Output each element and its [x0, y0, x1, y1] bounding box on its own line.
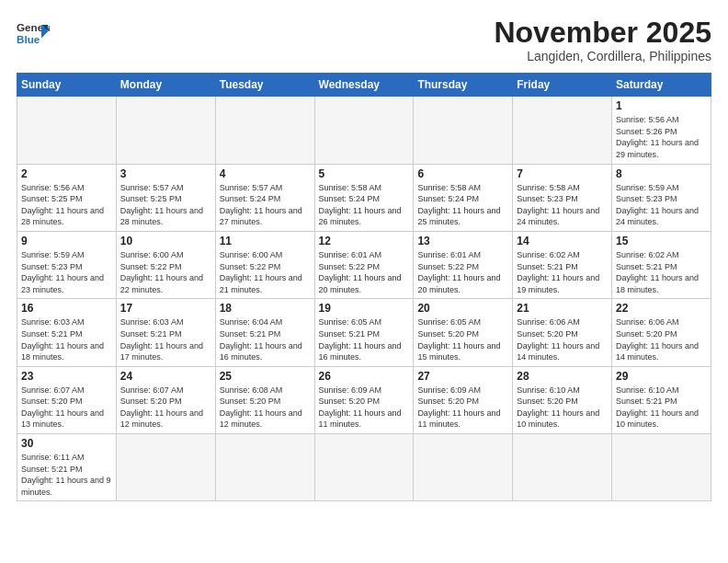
calendar-cell: [215, 434, 314, 501]
weekday-header-wednesday: Wednesday: [314, 74, 414, 97]
calendar-cell: 8Sunrise: 5:59 AM Sunset: 5:23 PM Daylig…: [612, 164, 711, 231]
day-info: Sunrise: 6:09 AM Sunset: 5:20 PM Dayligh…: [417, 385, 508, 431]
weekday-header-monday: Monday: [116, 74, 215, 97]
calendar-cell: 7Sunrise: 5:58 AM Sunset: 5:23 PM Daylig…: [513, 164, 612, 231]
calendar-cell: 5Sunrise: 5:58 AM Sunset: 5:24 PM Daylig…: [314, 164, 414, 231]
calendar-cell: 1Sunrise: 5:56 AM Sunset: 5:26 PM Daylig…: [612, 97, 711, 164]
calendar-cell: 24Sunrise: 6:07 AM Sunset: 5:20 PM Dayli…: [116, 366, 215, 433]
day-info: Sunrise: 6:11 AM Sunset: 5:21 PM Dayligh…: [21, 452, 112, 498]
logo-icon: General Blue: [17, 17, 50, 50]
day-number: 10: [120, 235, 211, 247]
day-info: Sunrise: 6:01 AM Sunset: 5:22 PM Dayligh…: [417, 249, 508, 295]
day-number: 11: [220, 235, 311, 247]
day-info: Sunrise: 6:01 AM Sunset: 5:22 PM Dayligh…: [319, 249, 410, 295]
svg-text:Blue: Blue: [17, 33, 40, 45]
calendar-cell: [414, 434, 513, 501]
day-info: Sunrise: 6:07 AM Sunset: 5:20 PM Dayligh…: [21, 385, 112, 431]
header: General Blue November 2025 Langiden, Cor…: [17, 17, 711, 63]
day-info: Sunrise: 6:10 AM Sunset: 5:21 PM Dayligh…: [616, 385, 707, 431]
day-number: 30: [21, 437, 112, 450]
calendar-cell: [116, 97, 215, 164]
day-number: 14: [517, 235, 608, 247]
calendar-cell: 28Sunrise: 6:10 AM Sunset: 5:20 PM Dayli…: [513, 366, 612, 433]
day-info: Sunrise: 6:00 AM Sunset: 5:22 PM Dayligh…: [220, 249, 311, 295]
weekday-header-tuesday: Tuesday: [215, 74, 314, 97]
calendar-cell: [17, 97, 117, 164]
calendar-cell: 22Sunrise: 6:06 AM Sunset: 5:20 PM Dayli…: [612, 299, 711, 366]
day-number: 18: [220, 302, 311, 315]
day-info: Sunrise: 5:58 AM Sunset: 5:24 PM Dayligh…: [417, 182, 508, 228]
calendar-cell: 2Sunrise: 5:56 AM Sunset: 5:25 PM Daylig…: [17, 164, 117, 231]
week-row-4: 16Sunrise: 6:03 AM Sunset: 5:21 PM Dayli…: [17, 299, 711, 366]
day-number: 22: [616, 302, 707, 315]
day-info: Sunrise: 5:57 AM Sunset: 5:24 PM Dayligh…: [220, 182, 311, 228]
day-number: 12: [319, 235, 410, 247]
day-number: 28: [517, 370, 608, 383]
day-number: 25: [220, 370, 311, 383]
day-info: Sunrise: 6:05 AM Sunset: 5:20 PM Dayligh…: [417, 316, 508, 362]
day-info: Sunrise: 6:10 AM Sunset: 5:20 PM Dayligh…: [517, 385, 608, 431]
week-row-6: 30Sunrise: 6:11 AM Sunset: 5:21 PM Dayli…: [17, 434, 711, 501]
calendar-cell: 21Sunrise: 6:06 AM Sunset: 5:20 PM Dayli…: [513, 299, 612, 366]
day-number: 17: [120, 302, 211, 315]
calendar-cell: 26Sunrise: 6:09 AM Sunset: 5:20 PM Dayli…: [314, 366, 414, 433]
day-number: 1: [616, 99, 707, 112]
calendar-cell: [314, 97, 414, 164]
day-number: 29: [616, 370, 707, 383]
page: General Blue November 2025 Langiden, Cor…: [0, 0, 728, 563]
week-row-2: 2Sunrise: 5:56 AM Sunset: 5:25 PM Daylig…: [17, 164, 711, 231]
calendar-cell: 4Sunrise: 5:57 AM Sunset: 5:24 PM Daylig…: [215, 164, 314, 231]
calendar-cell: 30Sunrise: 6:11 AM Sunset: 5:21 PM Dayli…: [17, 434, 117, 501]
day-number: 3: [120, 167, 211, 180]
calendar-cell: 15Sunrise: 6:02 AM Sunset: 5:21 PM Dayli…: [612, 231, 711, 298]
day-number: 7: [517, 167, 608, 180]
day-number: 16: [21, 302, 112, 315]
calendar-cell: 11Sunrise: 6:00 AM Sunset: 5:22 PM Dayli…: [215, 231, 314, 298]
day-info: Sunrise: 6:06 AM Sunset: 5:20 PM Dayligh…: [517, 316, 608, 362]
day-info: Sunrise: 6:06 AM Sunset: 5:20 PM Dayligh…: [616, 316, 707, 362]
day-number: 23: [21, 370, 112, 383]
day-number: 2: [21, 167, 112, 180]
subtitle: Langiden, Cordillera, Philippines: [494, 49, 711, 63]
calendar-cell: 18Sunrise: 6:04 AM Sunset: 5:21 PM Dayli…: [215, 299, 314, 366]
calendar-cell: 25Sunrise: 6:08 AM Sunset: 5:20 PM Dayli…: [215, 366, 314, 433]
day-info: Sunrise: 5:57 AM Sunset: 5:25 PM Dayligh…: [120, 182, 211, 228]
day-number: 26: [319, 370, 410, 383]
weekday-header-sunday: Sunday: [17, 74, 117, 97]
day-number: 5: [319, 167, 410, 180]
week-row-1: 1Sunrise: 5:56 AM Sunset: 5:26 PM Daylig…: [17, 97, 711, 164]
day-info: Sunrise: 6:02 AM Sunset: 5:21 PM Dayligh…: [517, 249, 608, 295]
month-title: November 2025: [494, 17, 711, 49]
day-info: Sunrise: 6:07 AM Sunset: 5:20 PM Dayligh…: [120, 385, 211, 431]
day-info: Sunrise: 6:02 AM Sunset: 5:21 PM Dayligh…: [616, 249, 707, 295]
day-number: 19: [319, 302, 410, 315]
calendar-cell: 14Sunrise: 6:02 AM Sunset: 5:21 PM Dayli…: [513, 231, 612, 298]
day-number: 13: [417, 235, 508, 247]
calendar-table: SundayMondayTuesdayWednesdayThursdayFrid…: [17, 73, 711, 501]
calendar-cell: 27Sunrise: 6:09 AM Sunset: 5:20 PM Dayli…: [414, 366, 513, 433]
day-number: 9: [21, 235, 112, 247]
title-block: November 2025 Langiden, Cordillera, Phil…: [494, 17, 711, 63]
day-info: Sunrise: 6:03 AM Sunset: 5:21 PM Dayligh…: [120, 316, 211, 362]
day-info: Sunrise: 5:58 AM Sunset: 5:24 PM Dayligh…: [319, 182, 410, 228]
day-number: 8: [616, 167, 707, 180]
calendar-cell: [414, 97, 513, 164]
calendar-cell: [314, 434, 414, 501]
weekday-header-saturday: Saturday: [612, 74, 711, 97]
calendar-cell: 6Sunrise: 5:58 AM Sunset: 5:24 PM Daylig…: [414, 164, 513, 231]
calendar-cell: 13Sunrise: 6:01 AM Sunset: 5:22 PM Dayli…: [414, 231, 513, 298]
week-row-5: 23Sunrise: 6:07 AM Sunset: 5:20 PM Dayli…: [17, 366, 711, 433]
day-info: Sunrise: 6:00 AM Sunset: 5:22 PM Dayligh…: [120, 249, 211, 295]
calendar-cell: 16Sunrise: 6:03 AM Sunset: 5:21 PM Dayli…: [17, 299, 117, 366]
day-number: 27: [417, 370, 508, 383]
calendar-cell: 20Sunrise: 6:05 AM Sunset: 5:20 PM Dayli…: [414, 299, 513, 366]
day-info: Sunrise: 5:56 AM Sunset: 5:25 PM Dayligh…: [21, 182, 112, 228]
weekday-header-row: SundayMondayTuesdayWednesdayThursdayFrid…: [17, 74, 711, 97]
day-info: Sunrise: 6:08 AM Sunset: 5:20 PM Dayligh…: [220, 385, 311, 431]
day-info: Sunrise: 5:56 AM Sunset: 5:26 PM Dayligh…: [616, 114, 707, 160]
day-info: Sunrise: 5:59 AM Sunset: 5:23 PM Dayligh…: [616, 182, 707, 228]
day-info: Sunrise: 6:04 AM Sunset: 5:21 PM Dayligh…: [220, 316, 311, 362]
calendar-cell: 3Sunrise: 5:57 AM Sunset: 5:25 PM Daylig…: [116, 164, 215, 231]
calendar-cell: [513, 434, 612, 501]
calendar-cell: 12Sunrise: 6:01 AM Sunset: 5:22 PM Dayli…: [314, 231, 414, 298]
